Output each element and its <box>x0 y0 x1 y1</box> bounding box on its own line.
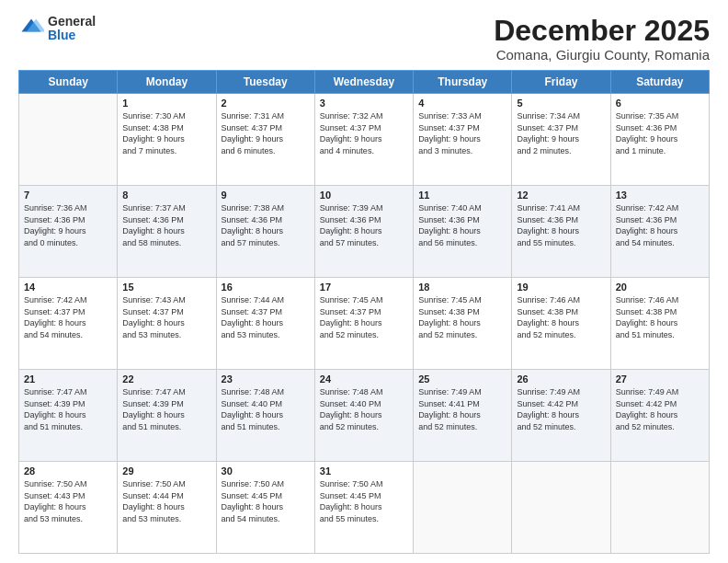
day-number: 27 <box>616 373 704 385</box>
col-thursday: Thursday <box>414 71 512 94</box>
table-row: 19Sunrise: 7:46 AMSunset: 4:38 PMDayligh… <box>512 278 610 370</box>
day-number: 18 <box>418 282 506 293</box>
day-info: Sunrise: 7:42 AMSunset: 4:36 PMDaylight:… <box>616 202 704 248</box>
day-number: 15 <box>122 282 210 293</box>
calendar-week-row: 7Sunrise: 7:36 AMSunset: 4:36 PMDaylight… <box>19 186 710 278</box>
day-number: 24 <box>320 373 408 385</box>
table-row: 20Sunrise: 7:46 AMSunset: 4:38 PMDayligh… <box>610 278 709 370</box>
day-info: Sunrise: 7:50 AMSunset: 4:43 PMDaylight:… <box>24 478 112 524</box>
logo-general-label: General <box>48 15 96 29</box>
table-row: 11Sunrise: 7:40 AMSunset: 4:36 PMDayligh… <box>414 186 512 278</box>
day-number: 5 <box>517 98 605 109</box>
day-number: 10 <box>320 190 408 201</box>
day-number: 28 <box>24 465 112 477</box>
title-block: December 2025 Comana, Giurgiu County, Ro… <box>494 15 710 63</box>
day-info: Sunrise: 7:43 AMSunset: 4:37 PMDaylight:… <box>122 294 210 340</box>
table-row: 28Sunrise: 7:50 AMSunset: 4:43 PMDayligh… <box>19 462 118 554</box>
day-info: Sunrise: 7:48 AMSunset: 4:40 PMDaylight:… <box>320 386 408 432</box>
col-wednesday: Wednesday <box>314 71 413 94</box>
table-row: 8Sunrise: 7:37 AMSunset: 4:36 PMDaylight… <box>118 186 216 278</box>
table-row: 2Sunrise: 7:31 AMSunset: 4:37 PMDaylight… <box>216 94 314 186</box>
day-number: 7 <box>24 190 112 201</box>
day-number: 20 <box>616 282 704 293</box>
day-number: 16 <box>222 282 310 293</box>
table-row: 26Sunrise: 7:49 AMSunset: 4:42 PMDayligh… <box>512 370 610 462</box>
day-info: Sunrise: 7:49 AMSunset: 4:41 PMDaylight:… <box>418 386 506 432</box>
logo: General Blue <box>18 15 96 43</box>
table-row: 29Sunrise: 7:50 AMSunset: 4:44 PMDayligh… <box>118 462 216 554</box>
table-row: 17Sunrise: 7:45 AMSunset: 4:37 PMDayligh… <box>314 278 413 370</box>
header: General Blue December 2025 Comana, Giurg… <box>18 15 710 63</box>
day-info: Sunrise: 7:50 AMSunset: 4:45 PMDaylight:… <box>320 478 408 524</box>
day-info: Sunrise: 7:36 AMSunset: 4:36 PMDaylight:… <box>24 202 112 248</box>
day-info: Sunrise: 7:46 AMSunset: 4:38 PMDaylight:… <box>517 294 605 340</box>
table-row <box>19 94 118 186</box>
table-row: 25Sunrise: 7:49 AMSunset: 4:41 PMDayligh… <box>414 370 512 462</box>
table-row: 21Sunrise: 7:47 AMSunset: 4:39 PMDayligh… <box>19 370 118 462</box>
table-row <box>414 462 512 554</box>
day-number: 17 <box>320 282 408 293</box>
col-friday: Friday <box>512 71 610 94</box>
col-tuesday: Tuesday <box>216 71 314 94</box>
day-number: 23 <box>222 373 310 385</box>
day-info: Sunrise: 7:40 AMSunset: 4:36 PMDaylight:… <box>418 202 506 248</box>
day-info: Sunrise: 7:39 AMSunset: 4:36 PMDaylight:… <box>320 202 408 248</box>
table-row: 30Sunrise: 7:50 AMSunset: 4:45 PMDayligh… <box>216 462 314 554</box>
table-row: 23Sunrise: 7:48 AMSunset: 4:40 PMDayligh… <box>216 370 314 462</box>
table-row: 7Sunrise: 7:36 AMSunset: 4:36 PMDaylight… <box>19 186 118 278</box>
day-info: Sunrise: 7:31 AMSunset: 4:37 PMDaylight:… <box>222 110 310 156</box>
day-info: Sunrise: 7:34 AMSunset: 4:37 PMDaylight:… <box>517 110 605 156</box>
day-number: 21 <box>24 373 112 385</box>
day-info: Sunrise: 7:33 AMSunset: 4:37 PMDaylight:… <box>418 110 506 156</box>
table-row: 3Sunrise: 7:32 AMSunset: 4:37 PMDaylight… <box>314 94 413 186</box>
day-number: 14 <box>24 282 112 293</box>
day-info: Sunrise: 7:35 AMSunset: 4:36 PMDaylight:… <box>616 110 704 156</box>
day-number: 12 <box>517 190 605 201</box>
table-row: 12Sunrise: 7:41 AMSunset: 4:36 PMDayligh… <box>512 186 610 278</box>
day-info: Sunrise: 7:49 AMSunset: 4:42 PMDaylight:… <box>517 386 605 432</box>
day-info: Sunrise: 7:41 AMSunset: 4:36 PMDaylight:… <box>517 202 605 248</box>
calendar-week-row: 28Sunrise: 7:50 AMSunset: 4:43 PMDayligh… <box>19 462 710 554</box>
day-info: Sunrise: 7:47 AMSunset: 4:39 PMDaylight:… <box>122 386 210 432</box>
day-number: 9 <box>222 190 310 201</box>
day-info: Sunrise: 7:50 AMSunset: 4:44 PMDaylight:… <box>122 478 210 524</box>
table-row: 22Sunrise: 7:47 AMSunset: 4:39 PMDayligh… <box>118 370 216 462</box>
table-row <box>512 462 610 554</box>
calendar-week-row: 21Sunrise: 7:47 AMSunset: 4:39 PMDayligh… <box>19 370 710 462</box>
day-info: Sunrise: 7:50 AMSunset: 4:45 PMDaylight:… <box>222 478 310 524</box>
title-month: December 2025 <box>494 15 710 47</box>
day-number: 30 <box>222 465 310 477</box>
day-number: 25 <box>418 373 506 385</box>
day-info: Sunrise: 7:32 AMSunset: 4:37 PMDaylight:… <box>320 110 408 156</box>
day-number: 1 <box>122 98 210 109</box>
table-row: 13Sunrise: 7:42 AMSunset: 4:36 PMDayligh… <box>610 186 709 278</box>
table-row: 31Sunrise: 7:50 AMSunset: 4:45 PMDayligh… <box>314 462 413 554</box>
table-row: 24Sunrise: 7:48 AMSunset: 4:40 PMDayligh… <box>314 370 413 462</box>
day-info: Sunrise: 7:30 AMSunset: 4:38 PMDaylight:… <box>122 110 210 156</box>
day-number: 6 <box>616 98 704 109</box>
col-saturday: Saturday <box>610 71 709 94</box>
day-info: Sunrise: 7:45 AMSunset: 4:38 PMDaylight:… <box>418 294 506 340</box>
day-info: Sunrise: 7:48 AMSunset: 4:40 PMDaylight:… <box>222 386 310 432</box>
table-row: 4Sunrise: 7:33 AMSunset: 4:37 PMDaylight… <box>414 94 512 186</box>
col-monday: Monday <box>118 71 216 94</box>
table-row: 6Sunrise: 7:35 AMSunset: 4:36 PMDaylight… <box>610 94 709 186</box>
table-row: 18Sunrise: 7:45 AMSunset: 4:38 PMDayligh… <box>414 278 512 370</box>
day-number: 4 <box>418 98 506 109</box>
calendar-header: Sunday Monday Tuesday Wednesday Thursday… <box>19 71 710 94</box>
day-info: Sunrise: 7:47 AMSunset: 4:39 PMDaylight:… <box>24 386 112 432</box>
day-number: 31 <box>320 465 408 477</box>
day-number: 13 <box>616 190 704 201</box>
calendar-week-row: 1Sunrise: 7:30 AMSunset: 4:38 PMDaylight… <box>19 94 710 186</box>
day-number: 11 <box>418 190 506 201</box>
table-row: 16Sunrise: 7:44 AMSunset: 4:37 PMDayligh… <box>216 278 314 370</box>
title-location: Comana, Giurgiu County, Romania <box>494 47 710 63</box>
table-row: 27Sunrise: 7:49 AMSunset: 4:42 PMDayligh… <box>610 370 709 462</box>
calendar-week-row: 14Sunrise: 7:42 AMSunset: 4:37 PMDayligh… <box>19 278 710 370</box>
col-sunday: Sunday <box>19 71 118 94</box>
table-row: 1Sunrise: 7:30 AMSunset: 4:38 PMDaylight… <box>118 94 216 186</box>
table-row: 15Sunrise: 7:43 AMSunset: 4:37 PMDayligh… <box>118 278 216 370</box>
table-row <box>610 462 709 554</box>
table-row: 9Sunrise: 7:38 AMSunset: 4:36 PMDaylight… <box>216 186 314 278</box>
day-info: Sunrise: 7:37 AMSunset: 4:36 PMDaylight:… <box>122 202 210 248</box>
